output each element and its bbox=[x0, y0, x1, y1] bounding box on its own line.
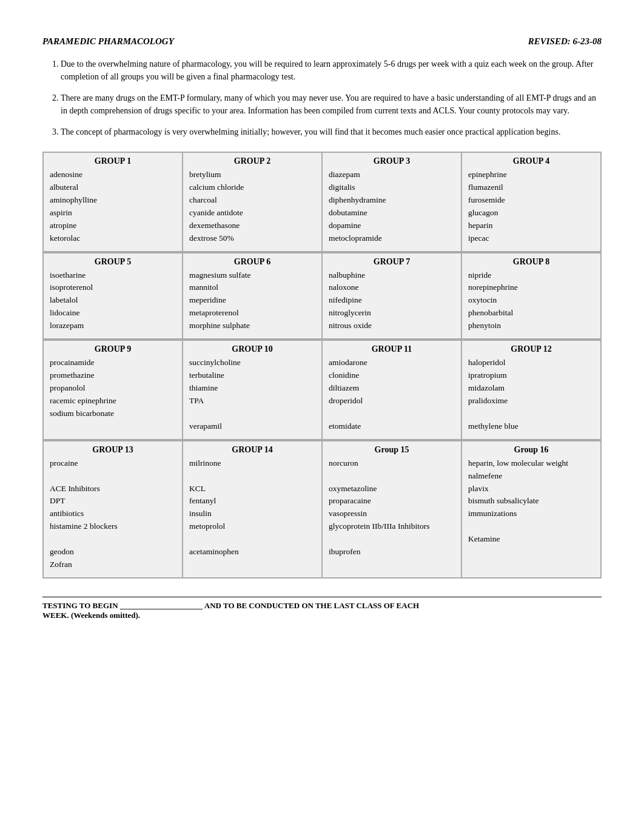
list-item bbox=[468, 520, 594, 533]
group-7-header: GROUP 7 bbox=[329, 257, 455, 267]
group-13-cell: GROUP 13 procaine ACE Inhibitors DPT ant… bbox=[43, 441, 183, 578]
group-13-items: procaine ACE Inhibitors DPT antibiotics … bbox=[50, 457, 176, 571]
list-item: calcium chloride bbox=[189, 181, 315, 194]
list-item: racemic epinephrine bbox=[50, 395, 176, 407]
group-14-header: GROUP 14 bbox=[189, 445, 315, 455]
list-item: morphine sulphate bbox=[189, 320, 315, 332]
group-8-cell: GROUP 8 nipride norepinephrine oxytocin … bbox=[461, 253, 601, 340]
list-item: Zofran bbox=[50, 558, 176, 571]
group-2-cell: GROUP 2 bretylium calcium chloride charc… bbox=[183, 152, 322, 252]
list-item: nitrous oxide bbox=[329, 320, 455, 332]
group-12-cell: GROUP 12 haloperidol ipratropium midazol… bbox=[461, 340, 601, 440]
group-6-cell: GROUP 6 magnesium sulfate mannitol meper… bbox=[183, 253, 322, 340]
group-1-cell: GROUP 1 adenosine albuteral aminophyllin… bbox=[43, 152, 183, 252]
list-item: lidocaine bbox=[50, 307, 176, 320]
list-item bbox=[189, 407, 315, 420]
group-13-header: GROUP 13 bbox=[50, 445, 176, 455]
intro-item-1: Due to the overwhelming nature of pharma… bbox=[61, 58, 602, 83]
group-10-cell: GROUP 10 succinylcholine terbutaline thi… bbox=[183, 340, 322, 440]
list-item: vasopressin bbox=[329, 508, 455, 520]
list-item: nitroglycerin bbox=[329, 307, 455, 320]
list-item: thiamine bbox=[189, 382, 315, 395]
list-item: nalbuphine bbox=[329, 269, 455, 282]
list-item bbox=[329, 407, 455, 420]
list-item: histamine 2 blockers bbox=[50, 520, 176, 533]
list-item: acetaminophen bbox=[189, 546, 315, 558]
list-item: oxymetazoline bbox=[329, 483, 455, 495]
list-item: Ketamine bbox=[468, 533, 594, 546]
list-item: diazepam bbox=[329, 169, 455, 181]
list-item: magnesium sulfate bbox=[189, 269, 315, 282]
list-item: promethazine bbox=[50, 369, 176, 382]
group-8-items: nipride norepinephrine oxytocin phenobar… bbox=[468, 269, 594, 333]
group-11-header: GROUP 11 bbox=[329, 344, 455, 354]
list-item: midazolam bbox=[468, 382, 594, 395]
list-item: TPA bbox=[189, 395, 315, 407]
list-item: dexemethasone bbox=[189, 220, 315, 232]
group-8-header: GROUP 8 bbox=[468, 257, 594, 267]
list-item: cyanide antidote bbox=[189, 207, 315, 220]
group-2-items: bretylium calcium chloride charcoal cyan… bbox=[189, 169, 315, 245]
list-item: flumazenil bbox=[468, 181, 594, 194]
list-item: metoprolol bbox=[189, 520, 315, 533]
group-6-header: GROUP 6 bbox=[189, 257, 315, 267]
group-5-items: isoetharine isoproterenol labetalol lido… bbox=[50, 269, 176, 333]
list-item: sodium bicarbonate bbox=[50, 407, 176, 420]
list-item: antibiotics bbox=[50, 508, 176, 520]
groups-row-2: GROUP 5 isoetharine isoproterenol labeta… bbox=[42, 252, 602, 340]
list-item: clonidine bbox=[329, 369, 455, 382]
list-item: nipride bbox=[468, 269, 594, 282]
list-item: methylene blue bbox=[468, 420, 594, 433]
list-item: isoproterenol bbox=[50, 281, 176, 294]
list-item: meperidine bbox=[189, 294, 315, 307]
list-item: norcuron bbox=[329, 457, 455, 470]
list-item: charcoal bbox=[189, 194, 315, 207]
list-item: ibuprofen bbox=[329, 546, 455, 558]
group-9-cell: GROUP 9 procainamide promethazine propan… bbox=[43, 340, 183, 440]
group-10-header: GROUP 10 bbox=[189, 344, 315, 354]
group-11-cell: GROUP 11 amiodarone clonidine diltiazem … bbox=[322, 340, 461, 440]
list-item: adenosine bbox=[50, 169, 176, 181]
group-14-items: milrinone KCL fentanyl insulin metoprolo… bbox=[189, 457, 315, 558]
list-item: fentanyl bbox=[189, 495, 315, 508]
list-item: geodon bbox=[50, 546, 176, 558]
list-item bbox=[50, 533, 176, 546]
list-item: norepinephrine bbox=[468, 281, 594, 294]
header-row: PARAMEDIC PHARMACOLOGY REVISED: 6-23-08 bbox=[42, 36, 602, 47]
list-item: dopamine bbox=[329, 220, 455, 232]
list-item: plavix bbox=[468, 483, 594, 495]
group-7-cell: GROUP 7 nalbuphine naloxone nifedipine n… bbox=[322, 253, 461, 340]
groups-section: GROUP 1 adenosine albuteral aminophyllin… bbox=[42, 152, 602, 578]
revised-date: REVISED: 6-23-08 bbox=[528, 36, 602, 47]
list-item: etomidate bbox=[329, 420, 455, 433]
group-9-header: GROUP 9 bbox=[50, 344, 176, 354]
list-item: labetalol bbox=[50, 294, 176, 307]
list-item: milrinone bbox=[189, 457, 315, 470]
list-item: aminophylline bbox=[50, 194, 176, 207]
footer-line2: WEEK. (Weekends omitted). bbox=[42, 611, 602, 620]
list-item: succinylcholine bbox=[189, 357, 315, 369]
group-2-header: GROUP 2 bbox=[189, 156, 315, 166]
list-item: propanolol bbox=[50, 382, 176, 395]
list-item: ipecac bbox=[468, 232, 594, 245]
list-item: procainamide bbox=[50, 357, 176, 369]
groups-row-3: GROUP 9 procainamide promethazine propan… bbox=[42, 340, 602, 440]
list-item: albuteral bbox=[50, 181, 176, 194]
intro-item-2: There are many drugs on the EMT-P formul… bbox=[61, 92, 602, 117]
intro-item-3: The concept of pharmacology is very over… bbox=[61, 126, 602, 138]
group-5-cell: GROUP 5 isoetharine isoproterenol labeta… bbox=[43, 253, 183, 340]
list-item: heparin bbox=[468, 220, 594, 232]
group-3-header: GROUP 3 bbox=[329, 156, 455, 166]
list-item: naloxone bbox=[329, 281, 455, 294]
group-5-header: GROUP 5 bbox=[50, 257, 176, 267]
list-item: glucagon bbox=[468, 207, 594, 220]
list-item: metaproterenol bbox=[189, 307, 315, 320]
groups-row-1: GROUP 1 adenosine albuteral aminophyllin… bbox=[42, 152, 602, 252]
group-1-header: GROUP 1 bbox=[50, 156, 176, 166]
list-item: digitalis bbox=[329, 181, 455, 194]
list-item: oxytocin bbox=[468, 294, 594, 307]
group-16-header: Group 16 bbox=[468, 445, 594, 455]
list-item: metoclopramide bbox=[329, 232, 455, 245]
intro-list: Due to the overwhelming nature of pharma… bbox=[42, 58, 602, 138]
group-14-cell: GROUP 14 milrinone KCL fentanyl insulin … bbox=[183, 441, 322, 578]
